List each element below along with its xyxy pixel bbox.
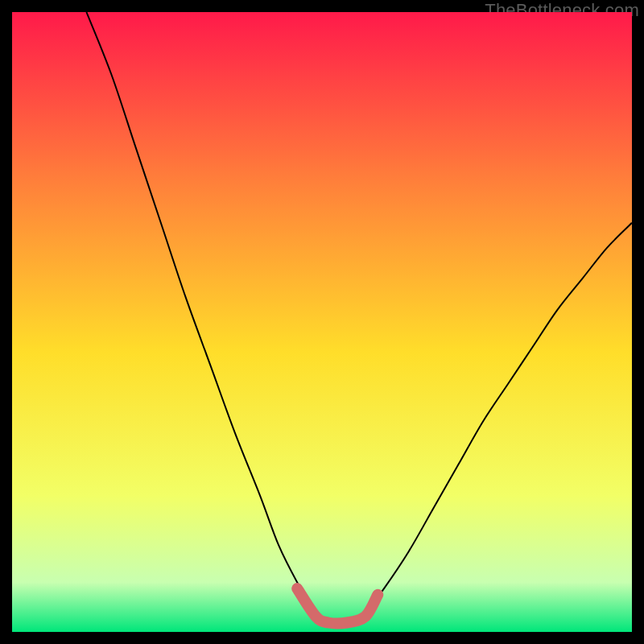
gradient-background xyxy=(12,12,632,632)
plot-area xyxy=(12,12,632,632)
chart-frame: TheBottleneck.com xyxy=(0,0,644,644)
chart-svg xyxy=(12,12,632,632)
